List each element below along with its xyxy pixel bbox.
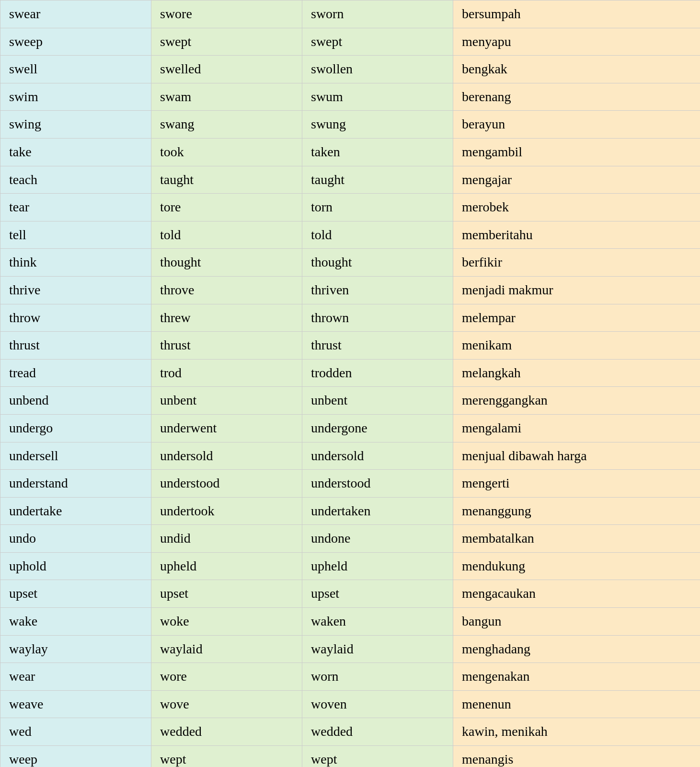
table-cell: thrust [151,332,302,360]
table-cell: thriven [302,276,453,304]
table-cell: upset [151,580,302,608]
table-row: sweepsweptsweptmenyapu [0,28,700,56]
table-cell: melempar [453,304,700,332]
table-row: treadtrodtroddenmelangkah [0,359,700,387]
table-row: throwthrewthrownmelempar [0,304,700,332]
table-cell: undid [151,525,302,553]
table-cell: upheld [151,552,302,580]
table-cell: take [0,138,151,166]
table-cell: think [0,249,151,277]
table-cell: undertaken [302,497,453,525]
table-cell: undertake [0,497,151,525]
table-cell: thrown [302,304,453,332]
table-row: telltoldtoldmemberitahu [0,221,700,249]
table-cell: tore [151,194,302,221]
table-cell: throw [0,304,151,332]
table-cell: weep [0,746,151,767]
table-cell: undersold [302,442,453,470]
table-cell: swollen [302,56,453,83]
table-cell: mengenakan [453,663,700,691]
table-cell: berayun [453,111,700,139]
table-row: unbendunbentunbentmerenggangkan [0,387,700,415]
table-cell: berenang [453,83,700,111]
table-cell: menghadang [453,635,700,663]
table-cell: taught [151,166,302,194]
table-cell: menyapu [453,28,700,56]
table-cell: thought [302,249,453,277]
table-cell: swear [0,0,151,28]
table-cell: took [151,138,302,166]
table-cell: throve [151,276,302,304]
table-cell: upset [302,580,453,608]
table-cell: menjual dibawah harga [453,442,700,470]
table-cell: waylaid [302,635,453,663]
table-row: undertakeundertookundertakenmenanggung [0,497,700,525]
table-cell: woven [302,690,453,718]
table-cell: waylay [0,635,151,663]
table-cell: mengacaukan [453,580,700,608]
table-cell: upset [0,580,151,608]
table-cell: undergone [302,414,453,442]
table-cell: wove [151,690,302,718]
table-row: thrivethrovethrivenmenjadi makmur [0,276,700,304]
table-cell: upheld [302,552,453,580]
table-cell: taught [302,166,453,194]
table-cell: sweep [0,28,151,56]
table-cell: worn [302,663,453,691]
table-cell: undo [0,525,151,553]
table-cell: wore [151,663,302,691]
table-cell: mendukung [453,552,700,580]
table-row: swearsworeswornbersumpah [0,0,700,28]
table-row: swimswamswumberenang [0,83,700,111]
table-cell: thrust [0,332,151,360]
table-row: weavewovewovenmenenun [0,690,700,718]
table-cell: merobek [453,194,700,221]
table-cell: menjadi makmur [453,276,700,304]
table-cell: wear [0,663,151,691]
table-row: wakewokewakenbangun [0,608,700,636]
table-cell: swung [302,111,453,139]
table-cell: woke [151,608,302,636]
table-cell: memberitahu [453,221,700,249]
table-cell: swept [302,28,453,56]
table-cell: swore [151,0,302,28]
table-cell: swang [151,111,302,139]
table-cell: told [151,221,302,249]
table-cell: swum [302,83,453,111]
verb-table: swearsworeswornbersumpahsweepsweptsweptm… [0,0,700,767]
table-cell: menenun [453,690,700,718]
table-cell: unbent [151,387,302,415]
table-cell: swelled [151,56,302,83]
table-cell: merenggangkan [453,387,700,415]
table-cell: thrive [0,276,151,304]
table-row: teachtaughttaughtmengajar [0,166,700,194]
table-row: undersellundersoldundersoldmenjual dibaw… [0,442,700,470]
table-cell: waylaid [151,635,302,663]
table-cell: kawin, menikah [453,718,700,746]
table-cell: undergo [0,414,151,442]
table-cell: menanggung [453,497,700,525]
table-row: wearworewornmengenakan [0,663,700,691]
table-cell: berfikir [453,249,700,277]
table-cell: underwent [151,414,302,442]
table-cell: wedded [302,718,453,746]
table-cell: weave [0,690,151,718]
table-cell: menangis [453,746,700,767]
table-cell: thought [151,249,302,277]
table-cell: swim [0,83,151,111]
table-cell: tear [0,194,151,221]
table-cell: bangun [453,608,700,636]
table-cell: threw [151,304,302,332]
table-cell: undersold [151,442,302,470]
table-cell: mengambil [453,138,700,166]
table-cell: unbend [0,387,151,415]
table-row: undergounderwentundergonemengalami [0,414,700,442]
table-cell: menikam [453,332,700,360]
table-cell: bersumpah [453,0,700,28]
table-row: understandunderstoodunderstoodmengerti [0,470,700,498]
table-cell: tell [0,221,151,249]
table-cell: undone [302,525,453,553]
table-cell: understood [151,470,302,498]
table-cell: mengerti [453,470,700,498]
table-cell: trodden [302,359,453,387]
